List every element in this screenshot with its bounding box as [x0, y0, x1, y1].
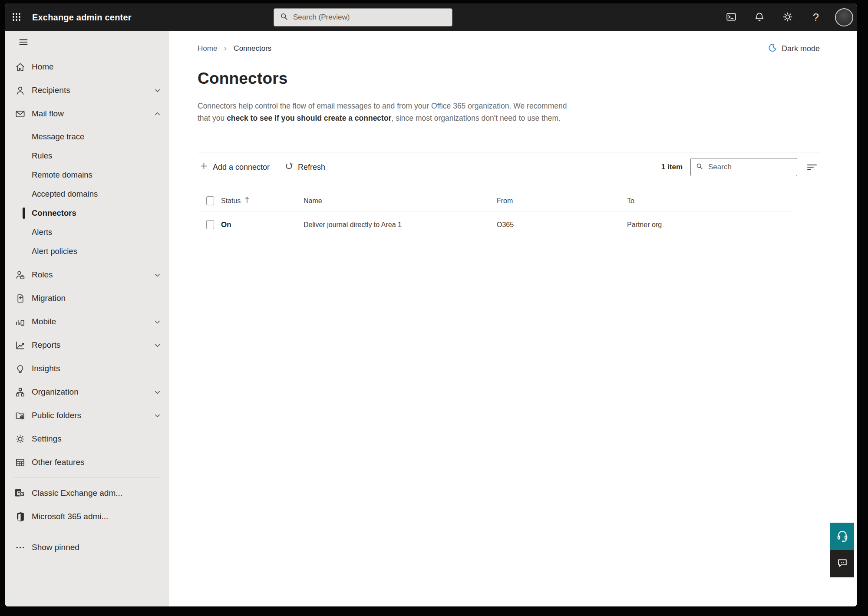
migration-icon [14, 293, 26, 304]
app-launcher-button[interactable] [5, 3, 28, 31]
bell-icon [754, 11, 765, 24]
sidebar-item-microsoft-365-admi[interactable]: Microsoft 365 admi... [5, 505, 169, 528]
sidebar-item-show-pinned[interactable]: Show pinned [5, 536, 169, 559]
nav-sub-group: Message traceRulesRemote domainsAccepted… [5, 125, 169, 263]
nav-divider [14, 532, 161, 532]
sidebar-item-mail-flow[interactable]: Mail flow [5, 102, 169, 125]
organization-icon [14, 386, 26, 398]
chevron-down-icon [153, 86, 162, 95]
help-button[interactable]: ? [807, 8, 825, 26]
top-bar: Exchange admin center [5, 3, 857, 31]
support-button[interactable] [830, 523, 854, 550]
cell-from: O365 [493, 221, 624, 229]
column-header-to[interactable]: To [624, 197, 792, 205]
sidebar-item-label: Roles [32, 270, 53, 280]
dark-mode-toggle[interactable]: Dark mode [768, 43, 820, 54]
notifications-button[interactable] [750, 8, 769, 26]
powershell-button[interactable] [722, 8, 740, 26]
sidebar-item-migration[interactable]: Migration [5, 287, 169, 310]
gear-icon [14, 433, 26, 445]
sidebar-item-label: Recipients [32, 86, 70, 95]
feedback-bubble-icon [836, 557, 848, 570]
sidebar-item-message-trace[interactable]: Message trace [5, 127, 169, 146]
header-checkbox-cell [198, 196, 218, 205]
waffle-icon [11, 11, 22, 24]
global-search-input[interactable] [293, 13, 447, 22]
filter-button[interactable] [804, 160, 820, 175]
cell-to: Partner org [624, 221, 792, 229]
column-header-name[interactable]: Name [300, 197, 493, 205]
sidebar-item-home[interactable]: Home [5, 55, 169, 79]
refresh-button[interactable]: Refresh [283, 159, 327, 175]
sidebar-item-reports[interactable]: Reports [5, 333, 169, 357]
sidebar-item-recipients[interactable]: Recipients [5, 79, 169, 102]
sidebar-item-label: Show pinned [32, 543, 79, 552]
sidebar-item-alert-policies[interactable]: Alert policies [5, 242, 169, 261]
feedback-button[interactable] [830, 550, 854, 577]
table-search[interactable] [690, 158, 797, 176]
gear-icon [782, 11, 793, 24]
sidebar-item-alerts[interactable]: Alerts [5, 223, 169, 242]
from-value: O365 [497, 221, 514, 229]
person-icon [14, 85, 26, 96]
account-avatar[interactable] [835, 8, 853, 26]
folders-icon [14, 410, 26, 421]
select-all-checkbox[interactable] [206, 196, 214, 205]
cell-name[interactable]: Deliver journal directly to Area 1 [300, 221, 493, 229]
sidebar-item-remote-domains[interactable]: Remote domains [5, 165, 169, 184]
plus-icon [199, 161, 208, 173]
terminal-icon [726, 11, 737, 24]
sidebar-item-mobile[interactable]: Mobile [5, 310, 169, 333]
table-search-input[interactable] [708, 163, 792, 171]
grid-icon [14, 457, 26, 468]
sidebar-item-label: Reports [32, 340, 61, 350]
sidebar-item-accepted-domains[interactable]: Accepted domains [5, 184, 169, 204]
column-header-from[interactable]: From [493, 197, 624, 205]
column-label: From [497, 197, 513, 205]
sidebar-item-label: Home [32, 62, 54, 72]
sidebar-item-classic-exchange-adm[interactable]: EClassic Exchange adm... [5, 481, 169, 505]
sidebar-item-other-features[interactable]: Other features [5, 451, 169, 474]
toolbar-right: 1 item [661, 158, 820, 176]
refresh-icon [284, 161, 294, 173]
sort-ascending-icon [244, 197, 250, 205]
chevron-down-icon [153, 318, 162, 326]
chevron-down-icon [153, 271, 162, 279]
headset-icon [836, 529, 849, 544]
dots-icon [14, 542, 26, 553]
add-connector-button[interactable]: Add a connector [198, 159, 271, 175]
insights-icon [14, 363, 26, 374]
sidebar-item-label: Alerts [32, 227, 52, 237]
sidebar-item-label: Message trace [32, 132, 84, 142]
sidebar-item-rules[interactable]: Rules [5, 146, 169, 165]
create-connector-check-link[interactable]: check to see if you should create a conn… [227, 114, 391, 122]
sidebar-item-label: Remote domains [32, 170, 92, 180]
sidebar-item-organization[interactable]: Organization [5, 380, 169, 404]
m365-icon [14, 511, 26, 522]
status-value: On [221, 221, 231, 229]
chevron-right-icon [222, 46, 228, 52]
table-row-deliver-journal-directly-to-area-1[interactable]: OnDeliver journal directly to Area 1O365… [198, 211, 792, 238]
sidebar-item-settings[interactable]: Settings [5, 427, 169, 451]
sidebar-item-public-folders[interactable]: Public folders [5, 404, 169, 427]
table-header: StatusNameFromTo [198, 191, 792, 211]
cell-status: On [218, 221, 300, 229]
sidebar-item-connectors[interactable]: Connectors [5, 204, 169, 223]
column-header-status[interactable]: Status [218, 197, 300, 205]
exchange-icon: E [14, 488, 26, 499]
column-label: Status [221, 197, 241, 205]
global-search[interactable] [274, 8, 452, 26]
mail-icon [14, 108, 26, 119]
search-icon [279, 12, 289, 23]
main-content: Home Connectors Dark mode Connectors Con… [169, 31, 857, 606]
row-checkbox[interactable] [206, 220, 214, 229]
sidebar-item-label: Accepted domains [32, 189, 98, 199]
nav-collapse-button[interactable] [14, 35, 33, 50]
roles-icon [14, 269, 26, 280]
settings-button[interactable] [779, 8, 797, 26]
name-value: Deliver journal directly to Area 1 [304, 221, 402, 229]
sidebar-item-insights[interactable]: Insights [5, 357, 169, 380]
breadcrumb-home[interactable]: Home [198, 44, 217, 53]
breadcrumb-current: Connectors [234, 44, 271, 53]
sidebar-item-roles[interactable]: Roles [5, 263, 169, 287]
